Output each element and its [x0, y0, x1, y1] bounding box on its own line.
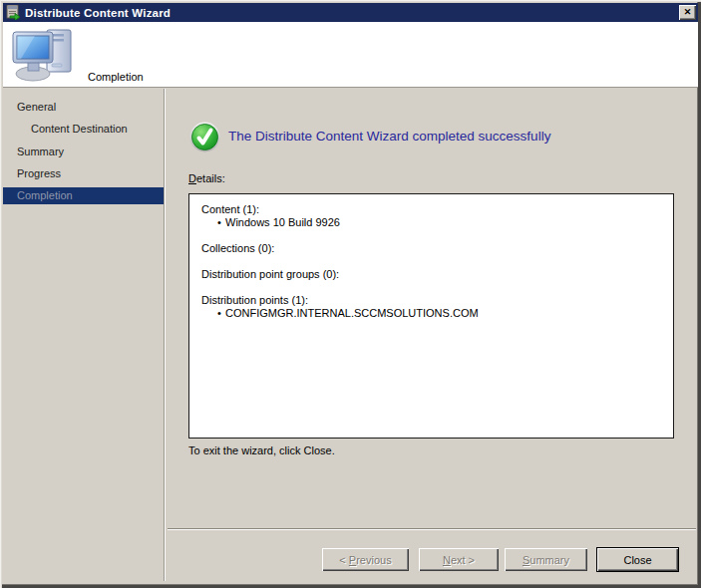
bullet-icon: •: [213, 307, 225, 320]
details-label: Details:: [188, 172, 225, 184]
close-button[interactable]: Close: [596, 547, 679, 572]
success-check-icon: [189, 122, 220, 152]
details-section-dp-groups: Distribution point groups (0):: [201, 268, 663, 281]
details-section-title: Collections (0):: [201, 242, 663, 255]
exit-hint: To exit the wizard, click Close.: [188, 444, 335, 456]
button-area-separator: [168, 528, 696, 530]
details-section-dps: Distribution points (1): •CONFIGMGR.INTE…: [201, 294, 663, 320]
details-section-title: Distribution point groups (0):: [201, 268, 663, 281]
bullet-icon: •: [213, 216, 225, 229]
details-section-content: Content (1): •Windows 10 Build 9926: [201, 203, 663, 229]
header-step-title: Completion: [88, 71, 144, 83]
previous-button[interactable]: < Previous: [322, 548, 409, 571]
completion-message: The Distribute Content Wizard completed …: [228, 129, 677, 144]
title-bar: Distribute Content Wizard ✕: [3, 3, 698, 22]
sidebar-item-general[interactable]: General: [17, 101, 56, 113]
sidebar-item-summary[interactable]: Summary: [17, 146, 64, 157]
app-icon: [6, 5, 21, 20]
window-title: Distribute Content Wizard: [25, 7, 675, 19]
details-box[interactable]: Content (1): •Windows 10 Build 9926 Coll…: [188, 193, 674, 439]
details-item: •CONFIGMGR.INTERNAL.SCCMSOLUTIONS.COM: [201, 307, 663, 320]
next-button[interactable]: Next >: [419, 548, 499, 571]
sidebar-item-content-destination[interactable]: Content Destination: [31, 123, 128, 135]
details-item: •Windows 10 Build 9926: [201, 216, 663, 229]
details-section-title: Distribution points (1):: [201, 294, 663, 307]
close-window-button[interactable]: ✕: [679, 5, 696, 20]
wizard-steps-sidebar: General Content Destination Summary Prog…: [3, 89, 165, 581]
wizard-header: Completion: [3, 22, 698, 88]
summary-button[interactable]: Summary: [505, 548, 587, 571]
details-section-title: Content (1):: [201, 203, 663, 216]
sidebar-item-completion-selected[interactable]: Completion: [3, 187, 164, 204]
computer-icon: [11, 28, 77, 82]
details-section-collections: Collections (0):: [201, 242, 663, 255]
distribute-content-wizard-window: Distribute Content Wizard ✕: [0, 0, 701, 588]
sidebar-item-progress[interactable]: Progress: [17, 167, 61, 179]
